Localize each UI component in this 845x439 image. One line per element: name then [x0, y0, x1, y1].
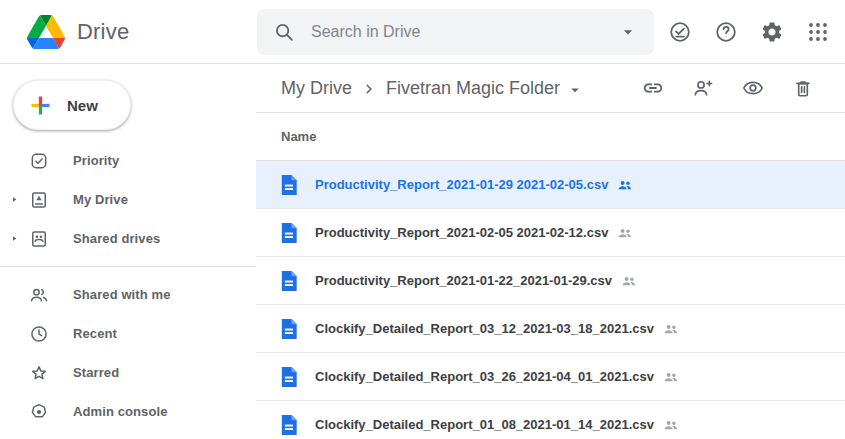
sidebar-divider — [0, 266, 256, 267]
shared-people-icon — [620, 272, 638, 290]
get-link-button[interactable] — [641, 76, 665, 100]
shared-people-icon — [616, 224, 634, 242]
sidebar-item-shared-drives[interactable]: Shared drives — [0, 219, 256, 258]
file-row[interactable]: Productivity_Report_2021-01-22_2021-01-2… — [256, 257, 845, 305]
my-drive-icon — [29, 190, 49, 210]
shared-people-icon — [616, 176, 634, 194]
sidebar-item-priority[interactable]: Priority — [0, 141, 256, 180]
file-row[interactable]: Productivity_Report_2021-01-29 2021-02-0… — [256, 161, 845, 209]
app-title: Drive — [77, 19, 129, 45]
sidebar: New Priority — [0, 64, 256, 439]
help-icon — [714, 20, 738, 44]
new-button-label: New — [67, 97, 98, 114]
search-options-caret-icon[interactable] — [618, 22, 638, 42]
add-person-icon — [692, 77, 714, 99]
preview-button[interactable] — [741, 76, 765, 100]
file-row[interactable]: Clockify_Detailed_Report_01_08_2021-01_1… — [256, 401, 845, 439]
csv-file-icon — [281, 223, 297, 243]
spacer — [7, 288, 21, 302]
sidebar-item-admin-console[interactable]: Admin console — [0, 392, 256, 431]
recent-clock-icon — [29, 324, 49, 344]
csv-file-icon — [281, 271, 297, 291]
header-actions — [668, 20, 845, 44]
sidebar-item-my-drive[interactable]: My Drive — [0, 180, 256, 219]
shared-people-icon — [662, 368, 680, 386]
sidebar-item-starred[interactable]: Starred — [0, 353, 256, 392]
help-button[interactable] — [714, 20, 738, 44]
priority-icon — [29, 151, 49, 171]
shared-with-me-icon — [29, 285, 49, 305]
chevron-right-icon — [360, 80, 378, 98]
settings-button[interactable] — [760, 20, 784, 44]
file-row[interactable]: Clockify_Detailed_Report_03_12_2021-03_1… — [256, 305, 845, 353]
link-icon — [642, 77, 664, 99]
offline-status-button[interactable] — [668, 20, 692, 44]
delete-button[interactable] — [791, 76, 815, 100]
share-button[interactable] — [691, 76, 715, 100]
expand-arrow-icon[interactable] — [7, 193, 21, 207]
drive-home-link[interactable]: Drive — [0, 15, 257, 49]
breadcrumb-current-folder[interactable]: Fivetran Magic Folder — [386, 77, 584, 99]
folder-menu-caret-icon — [566, 81, 584, 99]
settings-gear-icon — [760, 20, 784, 44]
shared-people-icon — [662, 320, 680, 338]
new-button[interactable]: New — [13, 80, 131, 130]
expand-arrow-icon[interactable] — [7, 232, 21, 246]
eye-icon — [742, 77, 764, 99]
app-header: Drive — [0, 0, 845, 64]
csv-file-icon — [281, 175, 297, 195]
search-icon — [273, 21, 295, 43]
trash-icon — [792, 77, 814, 99]
spacer — [7, 327, 21, 341]
csv-file-icon — [281, 367, 297, 387]
file-row[interactable]: Productivity_Report_2021-02-05 2021-02-1… — [256, 209, 845, 257]
main-content: My Drive Fivetran Magic Folder — [256, 64, 845, 439]
selection-toolbar — [641, 76, 815, 100]
csv-file-icon — [281, 415, 297, 435]
csv-file-icon — [281, 319, 297, 339]
drive-logo-icon — [27, 15, 65, 49]
column-header-name[interactable]: Name — [256, 113, 845, 161]
offline-ready-icon — [668, 20, 692, 44]
breadcrumb-my-drive[interactable]: My Drive — [281, 78, 352, 99]
file-row[interactable]: Clockify_Detailed_Report_03_26_2021-04_0… — [256, 353, 845, 401]
file-list: Productivity_Report_2021-01-29 2021-02-0… — [256, 161, 845, 439]
spacer — [7, 405, 21, 419]
breadcrumb-bar: My Drive Fivetran Magic Folder — [256, 64, 845, 113]
google-apps-button[interactable] — [806, 20, 830, 44]
sidebar-nav: Priority My Drive — [0, 141, 256, 431]
google-apps-grid-icon — [806, 20, 830, 44]
shared-people-icon — [662, 416, 680, 434]
new-plus-icon — [27, 92, 54, 119]
sidebar-item-shared-with-me[interactable]: Shared with me — [0, 275, 256, 314]
search-bar[interactable] — [257, 9, 654, 55]
sidebar-item-recent[interactable]: Recent — [0, 314, 256, 353]
spacer — [7, 366, 21, 380]
shared-drives-icon — [29, 229, 49, 249]
admin-console-icon — [29, 402, 49, 422]
search-input[interactable] — [309, 22, 618, 42]
spacer — [7, 154, 21, 168]
starred-icon — [29, 363, 49, 383]
